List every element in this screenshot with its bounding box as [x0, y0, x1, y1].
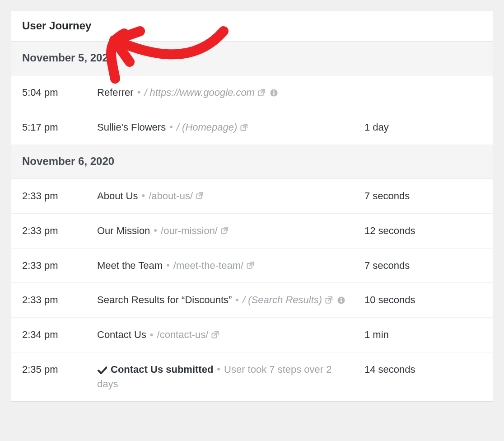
external-link-icon[interactable] [196, 192, 204, 200]
entry-title: Contact Us [97, 329, 146, 340]
external-link-icon[interactable] [240, 123, 248, 132]
entry-time: 2:33 pm [22, 293, 97, 307]
entry-path: /meet-the-team/ [173, 260, 243, 271]
entry-main: Meet the Team•/meet-the-team/ [97, 258, 364, 273]
entry-path: / (Homepage) [177, 122, 238, 133]
journey-entry: 2:33 pmMeet the Team•/meet-the-team/7 se… [11, 249, 493, 283]
external-link-icon[interactable] [246, 261, 255, 270]
entry-time: 2:33 pm [22, 258, 97, 273]
external-link-icon[interactable] [257, 89, 266, 97]
entry-time: 2:35 pm [22, 362, 97, 377]
entry-path: /contact-us/ [157, 329, 209, 340]
date-header: November 5, 2020 [11, 42, 493, 75]
entry-time: 2:33 pm [22, 189, 97, 203]
entry-duration: 7 seconds [364, 189, 482, 203]
separator-dot: • [142, 191, 145, 201]
external-link-icon[interactable] [211, 331, 219, 339]
entry-main: Our Mission•/our-mission/ [97, 224, 364, 238]
separator-dot: • [217, 364, 220, 374]
info-icon [337, 296, 345, 305]
journey-entry: 2:35 pmContact Us submitted•User took 7 … [11, 352, 493, 401]
separator-dot: • [150, 330, 154, 340]
entry-title: Contact Us submitted [111, 364, 213, 375]
user-journey-panel: User Journey November 5, 20205:04 pmRefe… [11, 11, 493, 402]
entry-main: Contact Us submitted•User took 7 steps o… [97, 362, 364, 391]
entry-time: 2:33 pm [22, 224, 97, 238]
entry-path: / (Search Results) [243, 294, 322, 305]
entry-main: Referrer•/ https://www.google.com [97, 85, 364, 100]
entry-path: / https://www.google.com [144, 87, 255, 98]
panel-title: User Journey [22, 19, 91, 32]
journey-entry: 2:33 pmOur Mission•/our-mission/12 secon… [11, 214, 493, 249]
date-header: November 6, 2020 [11, 145, 493, 179]
date-text: November 6, 2020 [22, 155, 114, 167]
separator-dot: • [169, 122, 173, 132]
entry-title: Our Mission [97, 225, 150, 236]
journey-entry: 5:17 pmSullie's Flowers•/ (Homepage)1 da… [11, 110, 493, 145]
entry-title: About Us [97, 190, 138, 202]
separator-dot: • [235, 295, 239, 305]
check-icon [97, 366, 107, 375]
entry-title: Sullie's Flowers [97, 122, 166, 133]
journey-entry: 5:04 pmReferrer•/ https://www.google.com [11, 75, 493, 110]
entry-main: Contact Us•/contact-us/ [97, 328, 364, 342]
journey-entry: 2:34 pmContact Us•/contact-us/1 min [11, 318, 493, 352]
panel-header: User Journey [11, 11, 493, 42]
entry-duration: 1 min [364, 328, 482, 342]
entry-main: Search Results for “Discounts”•/ (Search… [97, 293, 364, 307]
date-text: November 5, 2020 [22, 52, 114, 64]
journey-entry: 2:33 pmSearch Results for “Discounts”•/ … [11, 283, 493, 318]
entry-duration: 14 seconds [364, 362, 482, 377]
entry-main: About Us•/about-us/ [97, 189, 364, 203]
entry-main: Sullie's Flowers•/ (Homepage) [97, 120, 364, 135]
external-link-icon[interactable] [325, 296, 333, 305]
entry-time: 5:17 pm [22, 120, 97, 135]
separator-dot: • [137, 87, 141, 97]
entry-duration: 1 day [364, 120, 482, 135]
external-link-icon[interactable] [220, 226, 229, 235]
journey-body: November 5, 20205:04 pmReferrer•/ https:… [11, 42, 493, 401]
separator-dot: • [154, 225, 157, 235]
info-icon [270, 89, 278, 97]
entry-duration: 10 seconds [364, 293, 482, 307]
journey-entry: 2:33 pmAbout Us•/about-us/7 seconds [11, 179, 493, 214]
entry-title: Referrer [97, 87, 134, 98]
entry-title: Meet the Team [97, 260, 163, 271]
entry-title: Search Results for “Discounts” [97, 294, 232, 305]
entry-duration: 7 seconds [364, 258, 482, 273]
entry-duration: 12 seconds [364, 224, 482, 238]
entry-time: 5:04 pm [22, 85, 97, 100]
separator-dot: • [166, 260, 170, 270]
entry-path: /about-us/ [149, 190, 193, 202]
entry-path: /our-mission/ [161, 225, 218, 236]
entry-time: 2:34 pm [22, 328, 97, 342]
